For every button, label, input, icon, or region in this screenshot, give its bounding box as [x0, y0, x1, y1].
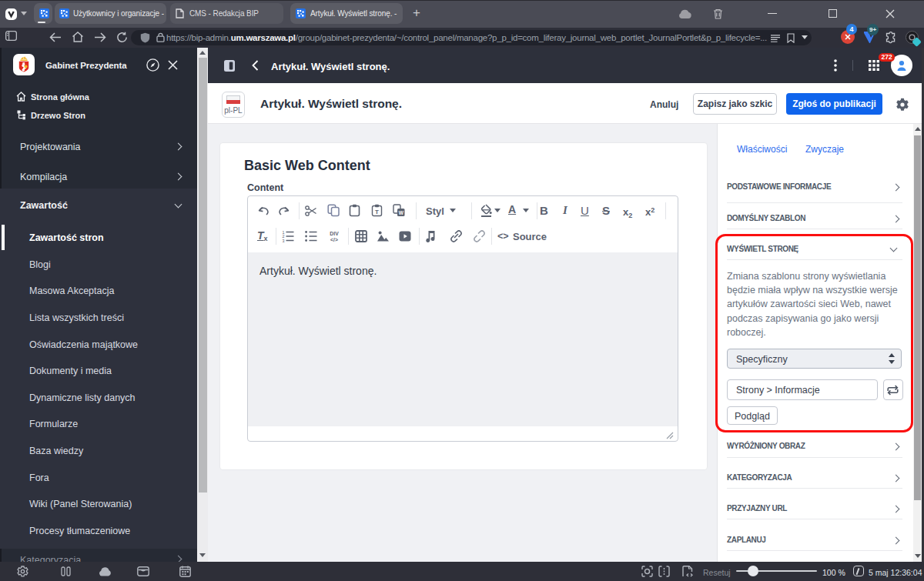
svg-text:DIV: DIV — [330, 231, 339, 236]
svg-text:W: W — [399, 210, 404, 215]
svg-text:3: 3 — [283, 239, 285, 242]
svg-text:</>: </> — [330, 237, 338, 242]
svg-text:T: T — [375, 209, 379, 215]
